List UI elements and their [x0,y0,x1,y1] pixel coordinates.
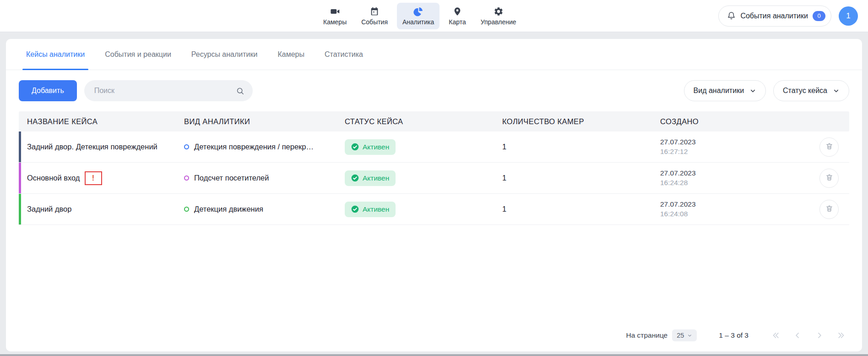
table-row[interactable]: Основной вход ! Подсчет посетителей Акти… [19,163,849,194]
delete-case-button[interactable] [819,137,839,157]
nav-item-analytics[interactable]: Аналитика [397,3,439,29]
filter-label: Вид аналитики [694,87,744,95]
nav-item-cameras[interactable]: Камеры [318,3,352,29]
page-range: 1 – 3 of 3 [719,331,749,340]
table-header-row: НАЗВАНИЕ КЕЙСА ВИД АНАЛИТИКИ СТАТУС КЕЙС… [19,111,849,131]
nav-label: Камеры [323,18,347,26]
top-bar: Камеры События Аналитика Карта Управлени… [0,0,868,32]
created-date: 27.07.2023 [660,138,809,146]
last-page-button[interactable] [836,330,846,340]
case-name: Задний двор [27,205,71,214]
status-badge: Активен [345,139,396,155]
tab-events-reactions[interactable]: События и реакции [105,39,171,70]
main-nav: Камеры События Аналитика Карта Управлени… [318,3,522,29]
column-header-cameras: КОЛИЧЕСТВО КАМЕР [502,117,660,126]
tab-analytics-cases[interactable]: Кейсы аналитики [26,39,85,70]
column-header-status: СТАТУС КЕЙСА [345,117,502,126]
toolbar: Добавить Вид аналитики Статус кейса [6,70,862,109]
case-name: Основной вход [27,174,80,182]
column-header-created: СОЗДАНО [660,117,809,126]
camera-count: 1 [502,142,660,151]
created-time: 16:24:28 [660,179,809,187]
map-pin-icon [452,6,462,16]
page-tabs: Кейсы аналитики События и реакции Ресурс… [6,39,862,70]
events-calendar-icon [369,6,380,16]
created-date: 27.07.2023 [660,200,809,208]
trash-icon [825,142,833,152]
created-time: 16:24:08 [660,210,809,218]
created-at: 27.07.2023 16:24:28 [660,169,809,187]
created-date: 27.07.2023 [660,169,809,177]
gear-icon [494,6,504,16]
trash-icon [825,204,833,214]
events-button-label: События аналитики [740,12,808,20]
check-circle-icon [351,174,359,182]
analytics-type-icon [184,207,189,212]
delete-case-button[interactable] [819,169,839,188]
delete-case-button[interactable] [819,200,839,219]
tab-cameras[interactable]: Камеры [277,39,304,70]
table-row[interactable]: Задний двор Детекция движения Активен 1 … [19,194,849,225]
nav-item-map[interactable]: Карта [443,3,471,29]
avatar[interactable]: 1 [839,6,858,26]
per-page-control: На странице 25 [626,329,697,341]
pagination: На странице 25 1 – 3 of 3 [6,329,862,351]
tab-statistics[interactable]: Статистика [325,39,363,70]
analytics-events-button[interactable]: События аналитики 0 [718,5,831,27]
bell-icon [727,11,736,20]
analytics-type-filter[interactable]: Вид аналитики [684,80,766,101]
trash-icon [825,173,833,183]
status-label: Активен [363,174,389,182]
analytics-type-icon [184,175,189,181]
analytics-type-label: Подсчет посетителей [194,174,269,182]
first-page-button[interactable] [770,330,781,340]
nav-label: События [361,18,388,26]
row-accent-bar [19,131,21,162]
warning-highlight-box: ! [85,171,102,185]
created-time: 16:27:12 [660,148,809,156]
camera-count: 1 [502,205,660,214]
per-page-value: 25 [677,332,684,339]
previous-page-button[interactable] [792,330,803,340]
status-label: Активен [363,143,389,151]
analytics-type-label: Детекция повреждения / перекр… [194,142,314,151]
analytics-pie-icon [413,6,423,16]
tab-analytics-resources[interactable]: Ресурсы аналитики [191,39,258,70]
top-right-controls: События аналитики 0 1 [718,5,858,27]
add-case-button[interactable]: Добавить [19,80,77,101]
search-input[interactable] [94,87,231,95]
per-page-select[interactable]: 25 [672,329,697,341]
chevron-down-icon [833,88,840,94]
search-field[interactable] [84,80,253,101]
nav-label: Карта [449,18,466,26]
cases-table: НАЗВАНИЕ КЕЙСА ВИД АНАЛИТИКИ СТАТУС КЕЙС… [19,111,849,225]
pager-controls [770,330,846,340]
per-page-label: На странице [626,331,667,340]
row-accent-bar [19,194,21,225]
created-at: 27.07.2023 16:27:12 [660,138,809,156]
case-status-filter[interactable]: Статус кейса [773,80,849,101]
camera-icon [330,6,340,16]
next-page-button[interactable] [814,330,825,340]
camera-count: 1 [502,174,660,182]
column-header-type: ВИД АНАЛИТИКИ [184,117,345,126]
case-name: Задний двор. Детекция повреждений [27,142,157,151]
status-badge: Активен [345,202,396,217]
analytics-type-icon [184,144,189,149]
chevron-down-icon [687,333,692,338]
nav-item-management[interactable]: Управление [475,3,522,29]
check-circle-icon [351,143,359,151]
status-label: Активен [363,205,389,214]
filter-label: Статус кейса [783,87,827,95]
empty-area [6,225,862,329]
check-circle-icon [351,205,359,213]
nav-label: Управление [481,18,516,26]
analytics-cases-page: Кейсы аналитики События и реакции Ресурс… [6,39,862,351]
column-header-name: НАЗВАНИЕ КЕЙСА [19,117,184,126]
created-at: 27.07.2023 16:24:08 [660,200,809,218]
nav-label: Аналитика [402,18,434,26]
nav-item-events[interactable]: События [356,3,393,29]
table-row[interactable]: Задний двор. Детекция повреждений Детекц… [19,131,849,163]
chevron-down-icon [749,88,756,94]
events-count-badge: 0 [813,11,825,21]
